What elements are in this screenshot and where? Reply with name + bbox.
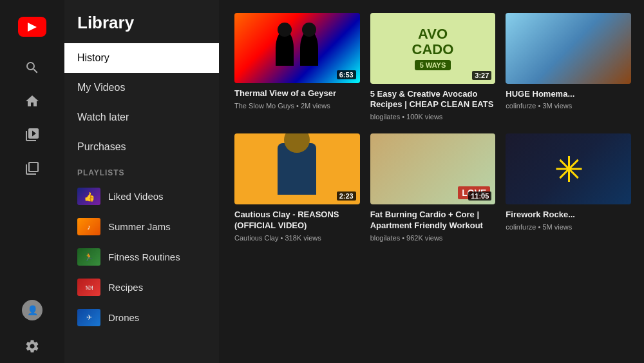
search-icon bbox=[24, 60, 40, 75]
video-meta-v5: blogilates • 962K views bbox=[370, 234, 496, 242]
video-thumb-v1: 6:53 bbox=[234, 13, 360, 83]
video-card-v5[interactable]: LOVE 11:05 Fat Burning Cardio + Core | A… bbox=[370, 133, 496, 244]
sidebar-item-watch-later[interactable]: Watch later bbox=[64, 103, 219, 132]
video-info-v4: Cautious Clay - REASONS (OFFICIAL VIDEO)… bbox=[234, 204, 360, 244]
settings-icon bbox=[24, 338, 40, 354]
playlists-header: PLAYLISTS bbox=[64, 162, 219, 181]
video-duration-v4: 2:23 bbox=[337, 191, 356, 201]
sidebar-item-purchases[interactable]: Purchases bbox=[64, 132, 219, 162]
video-thumb-v3 bbox=[506, 13, 631, 84]
sidebar-item-recipes[interactable]: 🍽 Recipes bbox=[64, 272, 219, 302]
video-card-v2[interactable]: AVOCADO 5 WAYS 3:27 5 Easy & Creative Av… bbox=[370, 13, 496, 123]
search-nav-item[interactable] bbox=[0, 51, 64, 84]
video-duration-v1: 6:53 bbox=[337, 70, 356, 79]
library-icon bbox=[24, 161, 40, 176]
main-content: 6:53 Thermal View of a Geyser The Slow M… bbox=[219, 0, 644, 363]
home-nav-item[interactable] bbox=[0, 84, 64, 118]
video-card-v6[interactable]: Firework Rocke... colinfurze • 5M views bbox=[506, 133, 631, 244]
recipes-thumb: 🍽 bbox=[77, 279, 100, 296]
sidebar-item-history[interactable]: History bbox=[64, 43, 219, 73]
sidebar: Library History My Videos Watch later Pu… bbox=[64, 0, 219, 363]
video-duration-v2: 3:27 bbox=[472, 71, 491, 80]
video-info-v6: Firework Rocke... colinfurze • 5M views bbox=[506, 204, 631, 233]
video-info-v3: HUGE Homema... colinfurze • 3M views bbox=[506, 84, 631, 113]
video-title-v1: Thermal View of a Geyser bbox=[234, 88, 360, 99]
subscriptions-nav-item[interactable] bbox=[0, 118, 64, 152]
video-title-v5: Fat Burning Cardio + Core | Apartment Fr… bbox=[370, 210, 496, 231]
video-meta-v3: colinfurze • 3M views bbox=[506, 102, 631, 110]
video-title-v4: Cautious Clay - REASONS (OFFICIAL VIDEO) bbox=[234, 210, 360, 231]
video-thumb-v6 bbox=[506, 133, 631, 204]
summer-jams-thumb: ♪ bbox=[77, 218, 100, 235]
video-title-v6: Firework Rocke... bbox=[506, 210, 631, 221]
sidebar-item-summer-jams[interactable]: ♪ Summer Jams bbox=[64, 211, 219, 242]
video-info-v1: Thermal View of a Geyser The Slow Mo Guy… bbox=[234, 83, 360, 112]
video-card-v1[interactable]: 6:53 Thermal View of a Geyser The Slow M… bbox=[234, 13, 360, 123]
video-meta-v1: The Slow Mo Guys • 2M views bbox=[234, 102, 360, 110]
fitness-routines-thumb: 🏃 bbox=[77, 248, 100, 266]
icon-bar: 👤 bbox=[0, 0, 64, 363]
video-thumb-v5: LOVE 11:05 bbox=[370, 133, 496, 204]
video-info-v2: 5 Easy & Creative Avocado Recipes | CHEA… bbox=[370, 84, 496, 124]
video-card-v3[interactable]: HUGE Homema... colinfurze • 3M views bbox=[506, 13, 631, 123]
liked-videos-thumb: 👍 bbox=[77, 188, 100, 205]
video-title-v3: HUGE Homema... bbox=[506, 89, 631, 100]
home-icon bbox=[24, 93, 40, 109]
video-grid: 6:53 Thermal View of a Geyser The Slow M… bbox=[234, 13, 631, 244]
sidebar-item-liked-videos[interactable]: 👍 Liked Videos bbox=[64, 181, 219, 211]
avatar: 👤 bbox=[22, 300, 43, 320]
video-duration-v5: 11:05 bbox=[468, 191, 491, 201]
video-title-v2: 5 Easy & Creative Avocado Recipes | CHEA… bbox=[370, 89, 496, 111]
sidebar-item-fitness-routines[interactable]: 🏃 Fitness Routines bbox=[64, 242, 219, 272]
video-meta-v2: blogilates • 100K views bbox=[370, 113, 496, 121]
youtube-logo[interactable] bbox=[0, 8, 64, 46]
video-meta-v4: Cautious Clay • 318K views bbox=[234, 234, 360, 242]
subscriptions-icon bbox=[24, 127, 40, 142]
video-info-v5: Fat Burning Cardio + Core | Apartment Fr… bbox=[370, 204, 496, 244]
avatar-item[interactable]: 👤 bbox=[0, 291, 64, 329]
library-nav-item[interactable] bbox=[0, 152, 64, 185]
video-meta-v6: colinfurze • 5M views bbox=[506, 223, 631, 231]
sidebar-item-my-videos[interactable]: My Videos bbox=[64, 73, 219, 103]
settings-nav-item[interactable] bbox=[0, 329, 64, 363]
drones-thumb: ✈ bbox=[77, 309, 100, 326]
video-thumb-v4: 2:23 bbox=[234, 133, 360, 204]
page-title: Library bbox=[64, 0, 219, 43]
video-card-v4[interactable]: 2:23 Cautious Clay - REASONS (OFFICIAL V… bbox=[234, 133, 360, 244]
video-thumb-v2: AVOCADO 5 WAYS 3:27 bbox=[370, 13, 496, 84]
sidebar-item-drones[interactable]: ✈ Drones bbox=[64, 302, 219, 333]
